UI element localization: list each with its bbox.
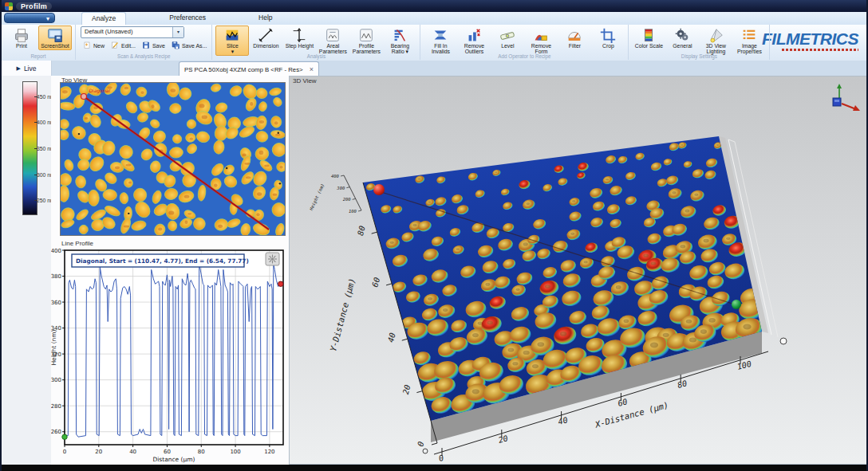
fill-in-invalids-button[interactable]: Fill In Invalids — [424, 26, 457, 56]
annotation-text: Diagonal, Start = (110.47, 4.77), End = … — [76, 257, 249, 265]
ribbon-group-label: Scan & Analysis Recipe — [76, 53, 211, 59]
outliers-icon — [465, 27, 483, 43]
level-button[interactable]: Level — [491, 26, 524, 50]
ribbon-group-label: Display Settings — [629, 53, 769, 59]
dimension-button[interactable]: Dimension — [249, 26, 282, 50]
close-icon[interactable]: × — [310, 65, 314, 73]
fill-in-invalids-button-label: Fill In Invalids — [425, 43, 456, 54]
y-3d-tick-label: 60 — [370, 277, 381, 288]
x-tick-label: 0 — [63, 449, 66, 455]
slice-icon — [223, 27, 241, 43]
remove-form-icon — [532, 27, 550, 43]
edit-button[interactable]: Edit... — [108, 40, 137, 51]
color-scale-button[interactable]: Color Scale — [632, 26, 665, 50]
image-properties-button-label: Image Properties — [734, 43, 764, 54]
print-button[interactable]: Print — [5, 26, 38, 50]
start-marker — [62, 434, 67, 439]
general-button[interactable]: General — [665, 26, 699, 50]
new-button[interactable]: New — [81, 40, 106, 51]
live-button[interactable]: ▶ Live — [2, 61, 52, 76]
bearing-ratio-button-label: Bearing Ratio ▾ — [385, 43, 415, 54]
recipe-combo-box[interactable]: Default (Unsaved)▾ — [81, 26, 184, 38]
3d-view-lighting-button[interactable]: 3D View Lighting — [699, 26, 732, 56]
slice-start-handle — [81, 94, 87, 100]
filter-button[interactable]: Filter — [558, 26, 591, 50]
menu-bar: ▾ AnalyzePreferencesHelp — [2, 12, 866, 26]
remove-outliers-button-label: Remove Outliers — [459, 43, 489, 54]
three-d-surface-plot[interactable]: 020406080100X-Distance (µm)806040200Y-Di… — [290, 77, 867, 464]
document-tab-bar: ▶ Live PS PCA 50Xobj 4XZM comp B <RF - R… — [2, 61, 866, 76]
live-button-label: Live — [24, 65, 37, 73]
document-tab[interactable]: PS PCA 50Xobj 4XZM comp B <RF - Res> × — [179, 61, 319, 77]
y-tick-label: 400 — [51, 248, 61, 254]
areal-parameters-button[interactable]: Areal Parameters — [316, 26, 349, 56]
profile-parameters-button[interactable]: Profile Parameters — [349, 26, 383, 56]
ribbon-group-report: PrintScreenShotReport — [2, 25, 76, 60]
filmetrics-logo-dashes — [782, 49, 858, 51]
general-button-label: General — [673, 43, 692, 49]
y-tick-label: 280 — [51, 403, 61, 410]
x-tick-label: 40 — [129, 449, 136, 455]
app-menu-button[interactable]: ▾ — [4, 13, 55, 23]
y-3d-axis-label: Y-Distance (µm) — [328, 277, 357, 353]
bearing-ratio-button[interactable]: Bearing Ratio ▾ — [383, 26, 416, 56]
color-scale-button-label: Color Scale — [635, 43, 663, 49]
profile-icon — [357, 27, 375, 43]
image-props-icon — [740, 27, 758, 43]
ribbon-group-label: Report — [2, 53, 75, 59]
x-tick-label: 120 — [264, 449, 274, 455]
ribbon-group-display-settings: Color ScaleGeneral3D View LightingImage … — [629, 25, 770, 60]
lighting-icon — [707, 27, 724, 43]
screenshot-button[interactable]: ScreenShot — [38, 26, 72, 50]
y-3d-tick-label: 80 — [356, 225, 367, 236]
left-panel: Top View Diagonal Line Profile 020406080… — [51, 76, 289, 465]
chart-options-icon[interactable] — [266, 253, 279, 265]
document-tab-label: PS PCA 50Xobj 4XZM comp B <RF - Res> — [184, 66, 303, 73]
menu-tab-help[interactable]: Help — [249, 12, 282, 25]
play-icon: ▶ — [17, 65, 21, 72]
print-button-label: Print — [16, 43, 27, 49]
edit-button-label: Edit... — [121, 43, 136, 49]
chevron-down-icon[interactable]: ▾ — [172, 27, 183, 37]
x-tick-label: 80 — [198, 449, 205, 455]
save-icon — [141, 41, 151, 50]
bearing-icon — [391, 27, 408, 43]
slice-button[interactable]: Slice ▾ — [215, 26, 249, 56]
step-height-button-label: Step Height — [286, 43, 314, 49]
x-axis-label: Distance (µm) — [152, 456, 195, 463]
ribbon-tabs: AnalyzePreferencesHelp — [81, 12, 282, 25]
slice-button-label: Slice ▾ — [227, 43, 239, 54]
3d-view-lighting-button-label: 3D View Lighting — [700, 43, 731, 54]
axis-endcap-2 — [423, 449, 428, 453]
x-3d-tick-label: 20 — [497, 434, 508, 445]
line-profile-chart[interactable]: 020406080100120260280300320340360380400D… — [51, 245, 289, 463]
filmetrics-logo-text: FILMETRICS — [762, 29, 858, 49]
x-3d-tick-label: 80 — [677, 379, 688, 390]
crop-button-label: Crop — [602, 43, 614, 49]
remove-form-button[interactable]: Remove Form — [524, 26, 558, 56]
printer-icon — [13, 27, 30, 43]
level-button-label: Level — [501, 43, 514, 49]
top-view-image[interactable]: Diagonal — [60, 82, 286, 236]
step-height-button[interactable]: Step Height — [282, 26, 316, 50]
slice-end-sphere — [732, 300, 741, 309]
x-3d-axis-label: X-Distance (µm) — [594, 400, 670, 430]
ribbon-group-label: Analysis — [212, 53, 420, 59]
orientation-triad-icon[interactable] — [833, 84, 860, 111]
save-button[interactable]: Save — [140, 40, 167, 51]
menu-tab-preferences[interactable]: Preferences — [160, 12, 215, 25]
image-properties-button[interactable]: Image Properties — [732, 26, 766, 56]
chevron-down-icon: ▾ — [46, 15, 49, 22]
save-as-button[interactable]: Save As... — [169, 40, 209, 51]
crop-button[interactable]: Crop — [591, 26, 625, 50]
ribbon-toolbar: FILMETRICS PrintScreenShotReportDefault … — [2, 25, 866, 61]
ribbon-group-analysis: Slice ▾DimensionStep HeightAreal Paramet… — [212, 25, 420, 60]
z-3d-tick-label: 100 — [349, 209, 357, 214]
crop-icon — [599, 27, 617, 43]
x-tick-label: 20 — [95, 449, 102, 455]
remove-form-button-label: Remove Form — [526, 43, 556, 54]
color-scale-icon — [640, 27, 657, 43]
y-tick-label: 380 — [51, 273, 61, 280]
remove-outliers-button[interactable]: Remove Outliers — [457, 26, 491, 56]
filmetrics-logo: FILMETRICS — [762, 29, 858, 51]
